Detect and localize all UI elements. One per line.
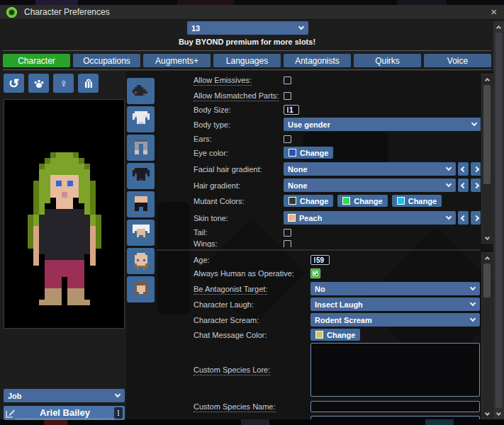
- scroll-up-arrow[interactable]: [482, 74, 492, 84]
- mutant-color-1-change-button[interactable]: Change: [284, 195, 333, 207]
- row-wings: Wings:: [194, 239, 481, 247]
- scroll-up-arrow[interactable]: [482, 253, 492, 262]
- row-character-scream: Character Scream: Rodent Scream: [194, 313, 481, 327]
- row-chat-message-color: Chat Message Color: Change: [194, 329, 481, 341]
- thumbnail-white-shirt[interactable]: [127, 106, 155, 132]
- scroll-down-arrow[interactable]: [482, 234, 492, 243]
- custom-species-lore-textarea[interactable]: [310, 343, 480, 397]
- allow-mismatched-parts-checkbox[interactable]: [284, 92, 291, 100]
- scrollbar-thumb[interactable]: [483, 85, 491, 184]
- tab-character[interactable]: Character: [3, 54, 70, 67]
- chevron-down-icon: [446, 165, 452, 171]
- thumbnail-underwear[interactable]: [127, 191, 155, 217]
- character-laugh-select[interactable]: Insect Laugh: [310, 298, 480, 311]
- scrollbar-thumb[interactable]: [483, 264, 491, 298]
- name-options-button[interactable]: [114, 407, 123, 419]
- skin-tone-select[interactable]: Peach: [284, 211, 456, 225]
- premium-note: Buy BYOND premium for more slots!: [3, 38, 491, 46]
- custom-species-name-label: Custom Species Name:: [194, 402, 310, 411]
- mutant-color-2-change-button[interactable]: Change: [337, 195, 387, 207]
- undo-rotate-icon: ↺: [9, 76, 19, 91]
- hair-gradient-label: Hair gradient:: [194, 181, 284, 190]
- section1-scrollbar[interactable]: [481, 74, 493, 244]
- wings-checkbox[interactable]: [284, 240, 291, 248]
- slot-value: 13: [191, 24, 200, 33]
- character-name-button[interactable]: Ariel Bailey: [4, 406, 125, 420]
- scroll-down-arrow[interactable]: [482, 409, 492, 419]
- background-blob: [35, 0, 78, 5]
- facial-hair-gradient-prev-button[interactable]: [458, 162, 469, 176]
- hair-gradient-prev-button[interactable]: [458, 178, 469, 192]
- bald-head-beard-icon: [130, 251, 152, 272]
- facial-hair-gradient-select[interactable]: None: [284, 162, 456, 176]
- game-background-bottom: [0, 419, 504, 425]
- tab-languages[interactable]: Languages: [213, 54, 281, 67]
- skin-tone-label: Skin tone:: [194, 214, 284, 222]
- age-label: Age:: [194, 256, 310, 264]
- age-input[interactable]: 59: [310, 255, 330, 265]
- tab-augments[interactable]: Augments+: [143, 54, 211, 67]
- job-select[interactable]: Job: [4, 389, 125, 402]
- body-type-label: Body type:: [194, 120, 284, 129]
- body-size-input[interactable]: 1: [284, 105, 299, 115]
- body-size-label: Body Size:: [194, 106, 284, 114]
- rotate-button[interactable]: ↺: [4, 74, 24, 93]
- tail-checkbox[interactable]: [284, 229, 291, 237]
- chat-color-swatch: [315, 331, 323, 339]
- chevron-right-icon: [473, 182, 478, 188]
- gray-pants-icon: [130, 137, 152, 159]
- be-antagonist-target-select[interactable]: No: [310, 282, 480, 295]
- title-bar: Character Preferences ×: [0, 5, 504, 20]
- mutant-color-3-change-button[interactable]: Change: [392, 195, 442, 207]
- row-skin-tone: Skin tone: Peach: [194, 211, 481, 225]
- hair-gradient-select[interactable]: None: [284, 178, 456, 192]
- eye-color-swatch: [289, 149, 296, 157]
- chevron-right-icon: [473, 215, 478, 220]
- custom-species-name-input[interactable]: [310, 401, 480, 412]
- custom-species-lore-label: Custom Species Lore:: [194, 366, 310, 374]
- body-type-value: Use gender: [288, 120, 330, 129]
- scrollbar-thumb[interactable]: [495, 33, 502, 408]
- custom-species-extra-input[interactable]: [310, 416, 480, 419]
- scroll-down-arrow[interactable]: [494, 409, 503, 419]
- hair-gradient-next-button[interactable]: [471, 178, 481, 192]
- chat-message-color-label: Chat Message Color:: [194, 331, 310, 339]
- window-scrollbar[interactable]: [493, 21, 504, 419]
- mutant-color-1-swatch: [289, 197, 296, 205]
- body-type-select[interactable]: Use gender: [284, 118, 481, 131]
- section2-scrollbar[interactable]: [481, 252, 493, 419]
- facial-hair-gradient-next-button[interactable]: [471, 162, 481, 176]
- tab-occupations[interactable]: Occupations: [73, 54, 140, 67]
- chevron-down-icon: [484, 410, 489, 415]
- equipment-button[interactable]: [78, 74, 99, 93]
- character-slot-select[interactable]: 13: [187, 21, 308, 35]
- row-tail: Tail:: [194, 228, 481, 237]
- chat-message-color-change-button[interactable]: Change: [310, 329, 360, 341]
- gender-button[interactable]: ♀: [53, 74, 74, 93]
- row-body-size: Body Size: 1: [194, 105, 481, 115]
- always-human-checkbox[interactable]: [310, 268, 320, 278]
- character-scream-select[interactable]: Rodent Scream: [310, 313, 480, 327]
- scroll-up-arrow[interactable]: [494, 22, 503, 31]
- skin-tone-prev-button[interactable]: [458, 211, 469, 225]
- torso-shorts-icon: [130, 194, 152, 215]
- chevron-down-icon: [484, 234, 489, 239]
- change-label: Change: [300, 197, 328, 205]
- eye-color-change-button[interactable]: Change: [284, 147, 333, 159]
- close-icon[interactable]: ×: [491, 6, 497, 18]
- thumbnail-shoes[interactable]: [127, 78, 155, 104]
- thumbnail-hair[interactable]: [127, 276, 155, 302]
- tab-quirks[interactable]: Quirks: [354, 54, 421, 67]
- thumbnail-black-shirt[interactable]: [127, 163, 155, 189]
- tab-voice[interactable]: Voice: [424, 54, 491, 67]
- skin-tone-next-button[interactable]: [471, 211, 481, 225]
- thumbnail-facial-hair[interactable]: [127, 248, 155, 274]
- pets-button[interactable]: [28, 74, 49, 93]
- ears-checkbox[interactable]: [284, 135, 291, 143]
- white-gown-icon: [130, 222, 152, 244]
- thumbnail-gown[interactable]: [127, 220, 155, 246]
- eye-color-label: Eye color:: [194, 149, 284, 157]
- thumbnail-pants[interactable]: [127, 135, 155, 161]
- allow-emissives-checkbox[interactable]: [284, 76, 291, 84]
- tab-antagonists[interactable]: Antagonists: [284, 54, 351, 67]
